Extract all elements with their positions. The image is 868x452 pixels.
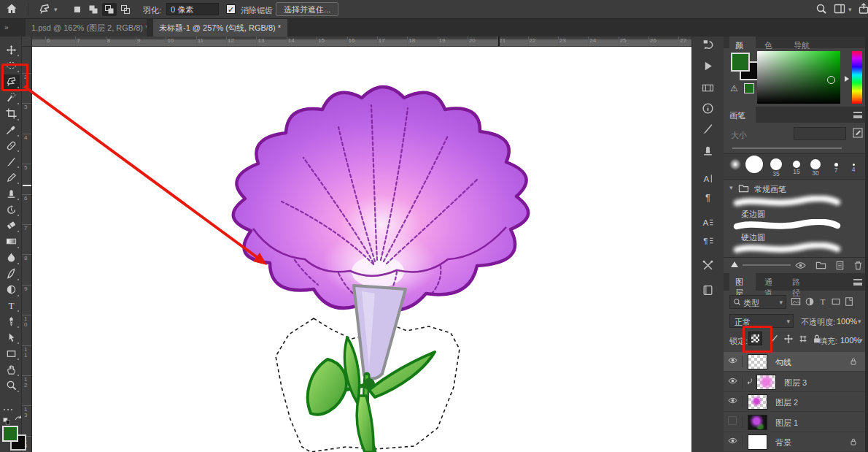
history-panel-icon[interactable] [702, 38, 715, 51]
swap-colors-icon[interactable] [13, 413, 23, 423]
color-field-cursor[interactable] [827, 76, 835, 84]
layer-thumbnail[interactable] [756, 375, 776, 390]
folder-icon[interactable] [815, 260, 826, 271]
stroke-preview-slider[interactable] [731, 261, 738, 267]
eye-icon[interactable] [728, 356, 743, 367]
chevron-down-icon[interactable]: ▾ [859, 337, 863, 344]
canvas[interactable] [32, 47, 691, 452]
brush-preset[interactable] [745, 156, 763, 173]
tool-clone-stamp[interactable] [2, 186, 20, 201]
selection-mode-intersect-selection[interactable] [118, 3, 133, 16]
tab-颜色[interactable]: 颜色 [729, 37, 756, 48]
tool-type[interactable]: T [2, 298, 20, 313]
document-tab[interactable]: 未标题-1 @ 257% (勾线, RGB/8) *× [153, 19, 287, 37]
lock-artboard-icon[interactable] [798, 334, 808, 344]
layer-row-图层 3[interactable]: 图层 3 [724, 372, 865, 392]
tab-brush[interactable]: 画笔 [724, 107, 756, 123]
tool-pencil[interactable] [2, 170, 20, 185]
brush-size-slider[interactable] [732, 148, 842, 149]
brush-preset[interactable] [726, 156, 744, 170]
actions-panel-icon[interactable] [702, 60, 715, 73]
brush-name[interactable]: 柔边圆 [741, 209, 765, 220]
tool-shape[interactable] [2, 346, 20, 361]
chevron-down-icon[interactable]: ▾ [848, 6, 856, 19]
tool-quick-selection[interactable] [2, 91, 20, 105]
tool-hand[interactable] [2, 362, 20, 377]
tool-history-brush[interactable] [2, 202, 20, 217]
tab-导航器[interactable]: 导航器 [788, 37, 823, 48]
brush-preset[interactable]: 30 [807, 156, 824, 177]
new-page-icon[interactable] [834, 260, 845, 271]
eye-icon[interactable] [728, 436, 743, 448]
brush-preset[interactable]: 15 [788, 156, 805, 175]
tool-healing-brush[interactable] [2, 138, 20, 153]
lock-position-icon[interactable] [783, 334, 794, 344]
character-styles-panel-icon[interactable]: A [702, 216, 715, 229]
tool-crop[interactable] [2, 107, 20, 121]
character-panel-icon[interactable]: A [702, 172, 715, 185]
brush-settings-toggle-icon[interactable] [852, 127, 864, 139]
filter-smart-object-icon[interactable] [844, 296, 854, 307]
brush-stroke-preview[interactable] [732, 242, 842, 254]
gamut-swatch[interactable] [744, 83, 754, 93]
brush-preset[interactable]: 35 [767, 156, 785, 177]
selection-mode-new-selection[interactable] [70, 3, 85, 16]
selection-mode-add-to-selection[interactable] [86, 3, 101, 16]
layer-row-图层 2[interactable]: 图层 2 [724, 392, 865, 412]
layer-name[interactable]: 图层 2 [775, 397, 798, 408]
select-and-mask-button[interactable]: 选择并遮住... [276, 2, 338, 16]
tool-eraser[interactable] [2, 218, 20, 233]
hue-slider[interactable] [852, 51, 862, 104]
layer-row-图层 1[interactable]: 图层 1 [724, 413, 865, 432]
brush-name[interactable]: 硬边圆 [741, 232, 765, 243]
eye-icon[interactable] [728, 396, 743, 407]
clone-source-panel-icon[interactable] [702, 145, 715, 158]
default-colors-icon[interactable] [2, 415, 12, 425]
eye-icon[interactable] [728, 376, 743, 388]
chevron-down-icon[interactable]: ▾ [858, 318, 861, 325]
panel-menu-icon[interactable] [853, 112, 862, 118]
tool-zoom[interactable] [2, 378, 20, 393]
brush-settings-panel-icon[interactable] [702, 123, 715, 136]
timeline-panel-icon[interactable] [702, 82, 715, 95]
tab-图层[interactable]: 图层 [729, 273, 756, 291]
layer-row-勾线[interactable]: 勾线 [724, 352, 865, 372]
paragraph-panel-icon[interactable]: ¶ [702, 191, 715, 204]
polygonal-lasso-tool-icon[interactable] [39, 3, 52, 16]
layer-thumbnail[interactable] [748, 434, 767, 450]
filter-image-icon[interactable] [791, 296, 801, 307]
layer-thumbnail[interactable] [748, 354, 767, 369]
chevron-down-icon[interactable]: ▾ [54, 6, 61, 19]
tool-brush[interactable] [2, 154, 20, 169]
layer-name[interactable]: 背景 [775, 437, 791, 448]
libraries-panel-icon[interactable] [702, 284, 715, 297]
eye-hidden-box[interactable] [728, 416, 743, 428]
antialias-checkbox[interactable]: ✓ [226, 4, 236, 14]
layer-thumbnail[interactable] [748, 415, 767, 430]
layer-thumbnail[interactable] [748, 394, 767, 410]
layer-name[interactable]: 图层 3 [784, 378, 807, 388]
brush-stroke-preview[interactable] [732, 196, 842, 207]
tab-overflow-icon[interactable]: » [4, 23, 9, 31]
tab-通道[interactable]: 通道 [759, 273, 785, 291]
share-icon[interactable] [858, 3, 868, 16]
layer-filter-select[interactable]: 类型 ▾ [729, 295, 786, 309]
search-icon[interactable] [815, 3, 829, 16]
info-panel-icon[interactable] [702, 102, 715, 115]
panel-menu-icon[interactable] [853, 279, 862, 286]
tool-gradient[interactable] [2, 234, 20, 249]
tool-path-select[interactable] [2, 330, 20, 345]
filter-adjustment-icon[interactable] [805, 296, 815, 307]
tab-路径[interactable]: 路径 [786, 273, 813, 291]
trash-icon[interactable] [853, 260, 864, 271]
chevron-down-icon[interactable]: ▾ [729, 184, 733, 191]
visibility-icon[interactable] [795, 260, 806, 271]
document-tab[interactable]: 1.psd @ 162% (图层 2, RGB/8) *× [26, 19, 147, 37]
paragraph-styles-panel-icon[interactable]: ¶ [702, 234, 715, 248]
workspace-icon[interactable] [834, 3, 847, 16]
selection-mode-subtract-from-selection[interactable] [102, 3, 117, 16]
tool-presets-panel-icon[interactable] [702, 259, 715, 272]
tool-blur[interactable] [2, 250, 20, 265]
tool-move[interactable] [2, 42, 20, 57]
brush-preset[interactable]: 7 [827, 156, 845, 174]
